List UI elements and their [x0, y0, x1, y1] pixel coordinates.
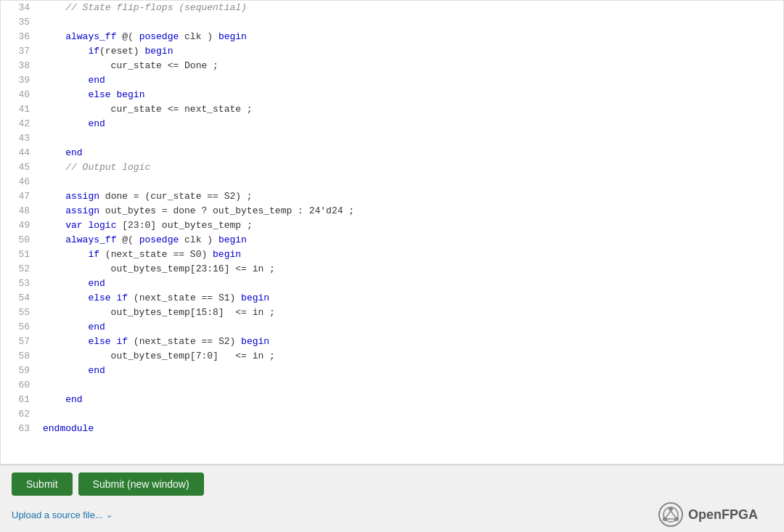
code-token: clk )	[179, 31, 219, 42]
code-token: @(	[116, 234, 139, 245]
line-code: end	[37, 320, 783, 335]
code-token	[43, 234, 65, 245]
code-token	[43, 89, 88, 100]
table-row: 45 // Output logic	[1, 160, 783, 175]
code-token: else	[88, 89, 110, 100]
code-token: begin	[213, 249, 241, 260]
footer: Submit Submit (new window) Upload a sour…	[0, 465, 784, 532]
code-token: @(	[116, 31, 139, 42]
line-number: 56	[1, 320, 37, 335]
line-number: 55	[1, 306, 37, 320]
code-token: out_bytes = done ? out_bytes_temp : 24'd…	[99, 205, 354, 216]
line-number: 41	[1, 102, 37, 117]
code-token: begin	[219, 31, 247, 42]
code-token: done = (cur_state == S2) ;	[99, 191, 253, 202]
code-token	[43, 118, 88, 129]
code-token: cur_state <= Done ;	[43, 60, 219, 71]
line-number: 57	[1, 335, 37, 349]
code-token	[43, 394, 65, 405]
code-token: assign	[65, 205, 99, 216]
code-token: if	[116, 336, 128, 347]
openfpga-logo-icon	[658, 502, 684, 528]
line-number: 37	[1, 44, 37, 59]
line-code: // State flip-flops (sequential)	[37, 1, 783, 15]
code-token: begin	[241, 292, 269, 303]
code-token: cur_state <= next_state ;	[43, 104, 253, 115]
line-code: end	[37, 393, 783, 407]
table-row: 51 if (next_state == S0) begin	[1, 247, 783, 262]
table-row: 35	[1, 15, 783, 30]
upload-source-text: Upload a source file...	[12, 510, 103, 520]
table-row: 56 end	[1, 320, 783, 335]
code-token: end	[88, 322, 105, 332]
code-token: if	[88, 46, 99, 57]
line-number: 53	[1, 277, 37, 291]
code-token	[43, 75, 88, 86]
line-number: 52	[1, 262, 37, 277]
table-row: 48 assign out_bytes = done ? out_bytes_t…	[1, 204, 783, 218]
submit-button[interactable]: Submit	[12, 472, 73, 496]
code-token: if	[116, 292, 128, 303]
line-number: 40	[1, 88, 37, 102]
code-token	[43, 46, 88, 57]
code-token: end	[88, 365, 105, 376]
table-row: 61 end	[1, 393, 783, 407]
submit-new-window-button[interactable]: Submit (new window)	[78, 472, 204, 496]
code-token	[43, 205, 65, 216]
openfpga-logo-text: OpenFPGA	[688, 507, 758, 523]
code-token: begin	[144, 46, 173, 57]
line-code: endmodule	[37, 422, 783, 436]
line-number: 35	[1, 15, 37, 30]
line-code: always_ff @( posedge clk ) begin	[37, 233, 783, 247]
table-row: 62	[1, 407, 783, 422]
line-code: // Output logic	[37, 160, 783, 175]
code-token: // State flip-flops (sequential)	[43, 2, 247, 13]
footer-bottom: Upload a source file... ⌄ OpenFPGA	[12, 502, 772, 528]
line-number: 36	[1, 30, 37, 44]
table-row: 55 out_bytes_temp[15:8] <= in ;	[1, 306, 783, 320]
code-token: logic	[88, 220, 116, 231]
line-code: cur_state <= next_state ;	[37, 102, 783, 117]
line-code: if (next_state == S0) begin	[37, 247, 783, 262]
upload-source-link[interactable]: Upload a source file... ⌄	[12, 510, 113, 520]
code-token: always_ff	[65, 234, 116, 245]
openfpga-logo: OpenFPGA	[658, 502, 758, 528]
line-number: 50	[1, 233, 37, 247]
table-row: 47 assign done = (cur_state == S2) ;	[1, 189, 783, 204]
code-token	[43, 322, 88, 332]
code-token: posedge	[139, 31, 179, 42]
table-row: 63endmodule	[1, 422, 783, 436]
code-token: clk )	[179, 234, 219, 245]
code-token: else	[88, 336, 110, 347]
footer-buttons: Submit Submit (new window)	[12, 472, 772, 496]
line-number: 46	[1, 175, 37, 189]
svg-point-4	[663, 517, 667, 521]
code-token	[43, 292, 88, 303]
table-row: 43	[1, 131, 783, 146]
svg-point-2	[669, 507, 673, 511]
code-token: out_bytes_temp[23:16] <= in ;	[43, 263, 275, 274]
line-number: 49	[1, 218, 37, 233]
code-token: // Output logic	[43, 162, 150, 173]
line-number: 39	[1, 73, 37, 88]
line-number: 48	[1, 204, 37, 218]
line-number: 58	[1, 349, 37, 364]
line-code: var logic [23:0] out_bytes_temp ;	[37, 218, 783, 233]
line-code: assign done = (cur_state == S2) ;	[37, 189, 783, 204]
line-number: 42	[1, 117, 37, 131]
code-editor: 34 // State flip-flops (sequential)35 36…	[0, 0, 784, 465]
table-row: 41 cur_state <= next_state ;	[1, 102, 783, 117]
table-row: 34 // State flip-flops (sequential)	[1, 1, 783, 15]
line-code	[37, 175, 783, 189]
code-token	[43, 191, 65, 202]
line-number: 62	[1, 407, 37, 422]
line-code: assign out_bytes = done ? out_bytes_temp…	[37, 204, 783, 218]
code-token: (next_state == S0)	[99, 249, 213, 260]
svg-point-3	[674, 517, 679, 521]
code-token	[43, 220, 65, 231]
line-number: 38	[1, 59, 37, 73]
line-number: 59	[1, 364, 37, 378]
code-token: end	[88, 75, 105, 86]
code-token: begin	[116, 89, 144, 100]
code-token	[43, 31, 65, 42]
